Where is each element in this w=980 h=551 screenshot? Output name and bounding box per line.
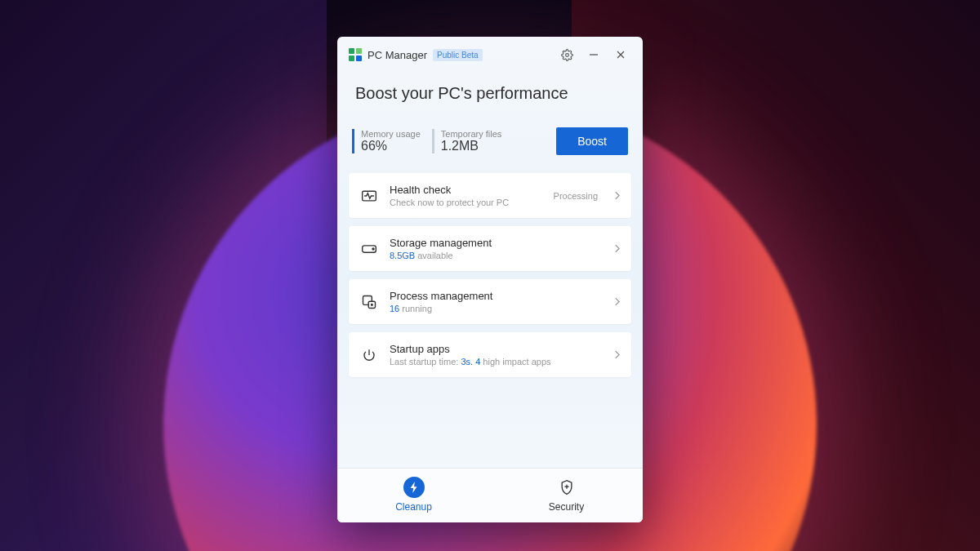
startup-card[interactable]: Startup apps Last startup time: 3s. 4 hi… <box>349 332 631 377</box>
minimize-button[interactable] <box>583 45 604 64</box>
memory-stat: Memory usage 66% <box>352 129 421 153</box>
memory-label: Memory usage <box>361 129 421 139</box>
storage-sub: 8.5GB available <box>390 251 603 260</box>
power-icon <box>360 348 378 362</box>
process-icon <box>360 294 378 310</box>
startup-sub: Last startup time: 3s. 4 high impact app… <box>390 357 603 367</box>
close-button[interactable] <box>610 45 631 64</box>
storage-icon <box>360 243 378 255</box>
storage-card[interactable]: Storage management 8.5GB available <box>349 226 631 271</box>
chevron-right-icon <box>614 191 620 200</box>
app-title: PC Manager <box>368 49 427 61</box>
stats-row: Memory usage 66% Temporary files 1.2MB B… <box>337 109 643 168</box>
bottom-tabs: Cleanup Security <box>337 468 643 522</box>
temp-files-stat: Temporary files 1.2MB <box>432 129 502 153</box>
page-headline: Boost your PC's performance <box>337 69 643 109</box>
tab-cleanup[interactable]: Cleanup <box>337 469 490 522</box>
health-sub: Check now to protect your PC <box>390 198 542 207</box>
svg-point-9 <box>372 304 373 305</box>
startup-title: Startup apps <box>390 343 603 355</box>
gear-icon <box>561 49 573 61</box>
health-title: Health check <box>390 184 542 196</box>
health-status: Processing <box>554 191 598 201</box>
shield-icon <box>556 477 577 498</box>
process-card[interactable]: Process management 16 running <box>349 279 631 324</box>
health-icon <box>360 189 378 203</box>
tab-security[interactable]: Security <box>490 469 643 522</box>
app-window: PC Manager Public Beta Boost your PC's p… <box>337 37 643 522</box>
settings-button[interactable] <box>556 45 577 64</box>
process-sub: 16 running <box>390 304 603 313</box>
memory-value: 66% <box>361 139 421 153</box>
beta-badge: Public Beta <box>433 49 483 61</box>
chevron-right-icon <box>614 244 620 253</box>
svg-point-0 <box>565 53 568 56</box>
close-icon <box>616 50 626 60</box>
svg-point-6 <box>372 248 374 250</box>
titlebar: PC Manager Public Beta <box>337 37 643 69</box>
bolt-icon <box>403 477 425 498</box>
tab-cleanup-label: Cleanup <box>395 501 432 513</box>
health-check-card[interactable]: Health check Check now to protect your P… <box>349 173 631 218</box>
temp-value: 1.2MB <box>441 139 502 153</box>
chevron-right-icon <box>614 350 620 359</box>
cards-list: Health check Check now to protect your P… <box>337 168 643 468</box>
process-title: Process management <box>390 290 603 302</box>
storage-title: Storage management <box>390 237 603 249</box>
minimize-icon <box>589 50 599 60</box>
tab-security-label: Security <box>549 501 584 513</box>
chevron-right-icon <box>614 297 620 306</box>
app-logo-icon <box>349 48 362 61</box>
boost-button[interactable]: Boost <box>556 127 628 155</box>
temp-label: Temporary files <box>441 129 502 139</box>
